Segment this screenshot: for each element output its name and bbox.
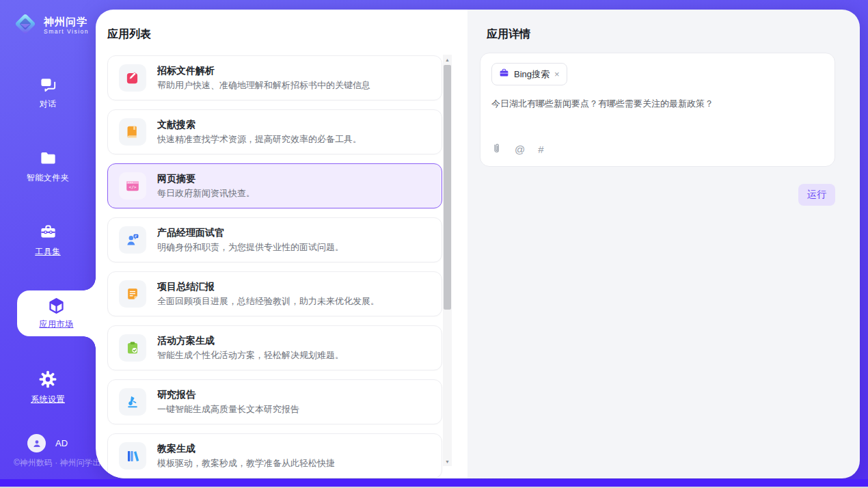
app-card-desc: 快速精准查找学术资源，提高研究效率的必备工具。: [157, 133, 362, 146]
app-card-desc: 智能生成个性化活动方案，轻松解决规划难题。: [157, 349, 344, 362]
main-container: 应用列表 招标文件解析 帮助用户快速、准确地理解和解析招标书中的关键信息: [96, 10, 860, 478]
brand-name: 神州问学: [44, 16, 89, 28]
app-card-title: 研究报告: [157, 388, 299, 401]
sidebar: 神州问学 Smart Vision 对话 智能文件夹: [0, 0, 96, 478]
app-card-desc: 明确身份和职责，为您提供专业性的面试问题。: [157, 241, 344, 254]
app-card-web-summary[interactable]: </> 网页摘要 每日政府新闻资讯快查。: [107, 163, 442, 208]
app-card-title: 文献搜索: [157, 118, 362, 131]
clipboard-check-icon: [119, 334, 146, 362]
sidebar-item-toolset[interactable]: 工具集: [0, 223, 96, 258]
app-card-research-report[interactable]: 研究报告 一键智能生成高质量长文本研究报告: [107, 379, 442, 424]
avatar: [27, 434, 46, 452]
sidebar-item-smart-folder[interactable]: 智能文件夹: [0, 149, 96, 184]
brand-tagline: Smart Vision: [44, 28, 89, 35]
book-icon: [119, 118, 146, 146]
scrollbar-thumb[interactable]: [444, 65, 451, 310]
books-icon: [119, 442, 146, 470]
app-card-desc: 全面回顾项目进展，总结经验教训，助力未来优化发展。: [157, 295, 379, 308]
sidebar-item-label: 应用市场: [40, 318, 74, 330]
app-card-title: 活动方案生成: [157, 334, 344, 347]
tool-tag-bing-search[interactable]: Bing搜索 ×: [491, 63, 567, 85]
app-card-desc: 模板驱动，教案秒成，教学准备从此轻松快捷: [157, 457, 335, 470]
app-card-title: 产品经理面试官: [157, 226, 344, 239]
app-card-project-summary[interactable]: 项目总结汇报 全面回顾项目进展，总结经验教训，助力未来优化发展。: [107, 271, 442, 316]
scroll-down-icon[interactable]: ▼: [443, 457, 452, 466]
app-card-title: 教案生成: [157, 442, 335, 455]
app-card-desc: 每日政府新闻资讯快查。: [157, 187, 255, 200]
sidebar-item-label: 系统设置: [0, 394, 96, 405]
app-card-desc: 帮助用户快速、准确地理解和解析招标书中的关键信息: [157, 79, 370, 92]
cube-icon: [47, 297, 66, 315]
user-account[interactable]: AD: [27, 434, 68, 452]
app-detail-panel: 应用详情 Bing搜索 × 今日湖北有哪些新闻要点？有哪些需要关注的最新政策？: [467, 10, 860, 478]
bottom-bar: [0, 479, 868, 487]
sidebar-item-settings[interactable]: 系统设置: [0, 370, 96, 405]
folder-icon: [0, 149, 96, 167]
app-card-title: 网页摘要: [157, 172, 255, 185]
app-list: 招标文件解析 帮助用户快速、准确地理解和解析招标书中的关键信息 文献搜索 快速精…: [107, 55, 467, 478]
prompt-card[interactable]: Bing搜索 × 今日湖北有哪些新闻要点？有哪些需要关注的最新政策？ @ #: [480, 53, 835, 167]
app-card-pm-interviewer[interactable]: 产品经理面试官 明确身份和职责，为您提供专业性的面试问题。: [107, 217, 442, 262]
gear-icon: [0, 370, 96, 389]
toolbox-icon: [0, 223, 96, 241]
briefcase-icon: [499, 68, 509, 81]
sidebar-item-app-market[interactable]: 应用市场: [17, 290, 96, 336]
app-card-title: 项目总结汇报: [157, 280, 379, 293]
interviewer-icon: [119, 226, 146, 254]
user-initials: AD: [55, 438, 68, 448]
app-card-tender-parse[interactable]: 招标文件解析 帮助用户快速、准确地理解和解析招标书中的关键信息: [107, 55, 442, 100]
attachment-toolbar: @ #: [491, 142, 824, 158]
copyright-text: ©神州数码 · 神州问学出品: [14, 457, 109, 469]
tool-tag-label: Bing搜索: [514, 68, 550, 81]
gem-logo-icon: [12, 11, 38, 40]
sidebar-item-label: 工具集: [0, 246, 96, 258]
paperclip-icon[interactable]: [491, 142, 502, 157]
app-list-panel: 应用列表 招标文件解析 帮助用户快速、准确地理解和解析招标书中的关键信息: [96, 10, 467, 478]
app-list-scrollbar[interactable]: ▲ ▼: [443, 55, 452, 466]
app-card-event-plan[interactable]: 活动方案生成 智能生成个性化活动方案，轻松解决规划难题。: [107, 325, 442, 370]
browser-code-icon: </>: [119, 172, 146, 200]
close-icon[interactable]: ×: [554, 71, 560, 78]
app-card-literature-search[interactable]: 文献搜索 快速精准查找学术资源，提高研究效率的必备工具。: [107, 109, 442, 154]
report-note-icon: [119, 280, 146, 308]
mention-icon[interactable]: @: [515, 144, 525, 155]
app-list-title: 应用列表: [107, 27, 467, 42]
svg-text:</>: </>: [128, 185, 136, 189]
query-text[interactable]: 今日湖北有哪些新闻要点？有哪些需要关注的最新政策？: [491, 97, 824, 110]
sidebar-item-label: 智能文件夹: [0, 172, 96, 184]
chat-icon: [0, 75, 96, 94]
app-card-lesson-plan[interactable]: 教案生成 模板驱动，教案秒成，教学准备从此轻松快捷: [107, 433, 442, 478]
app-detail-title: 应用详情: [487, 27, 860, 42]
app-card-title: 招标文件解析: [157, 64, 370, 77]
sidebar-item-chat[interactable]: 对话: [0, 75, 96, 110]
run-button[interactable]: 运行: [798, 184, 835, 206]
edit-square-icon: [119, 64, 146, 92]
scroll-up-icon[interactable]: ▲: [443, 55, 452, 64]
brand-logo: 神州问学 Smart Vision: [0, 0, 96, 40]
hash-icon[interactable]: #: [538, 144, 543, 155]
sidebar-item-label: 对话: [0, 98, 96, 110]
app-card-desc: 一键智能生成高质量长文本研究报告: [157, 403, 299, 416]
microscope-icon: [119, 388, 146, 416]
